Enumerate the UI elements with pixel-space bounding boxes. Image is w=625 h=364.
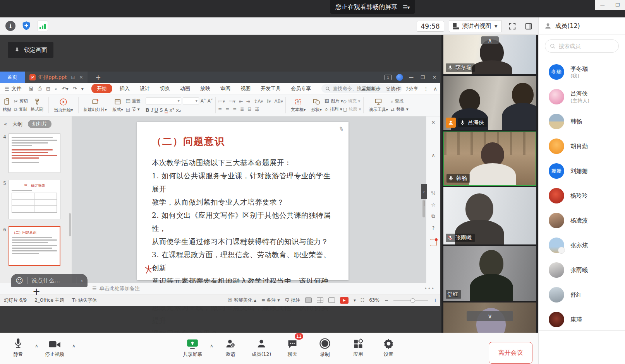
zoom-out-button[interactable]: − xyxy=(385,297,388,303)
zoom-percent[interactable]: 63% xyxy=(369,297,379,303)
window-controls-top-right[interactable]: — ❐ xyxy=(595,0,625,10)
wps-minimize-icon[interactable]: — xyxy=(408,75,415,80)
network-signal-icon[interactable] xyxy=(37,21,48,31)
panel-scrollbar[interactable] xyxy=(69,213,71,236)
video-tile[interactable]: ∧ 李冬瑞 xyxy=(443,35,536,74)
video-tile[interactable]: 吕海侠 xyxy=(443,76,536,130)
strikethrough-button[interactable]: S xyxy=(160,107,163,113)
fullscreen-button[interactable] xyxy=(507,21,518,32)
align-center-icon[interactable]: ≡ xyxy=(225,106,229,112)
layout-button[interactable]: 版式▾ xyxy=(110,98,126,113)
collapse-ribbon-icon[interactable]: ∧ xyxy=(433,86,437,92)
undo-icon[interactable]: ↶▾ xyxy=(62,86,68,92)
notification-badge-icon[interactable] xyxy=(426,237,440,248)
save-icon[interactable]: 🖫 xyxy=(29,86,34,92)
justify-icon[interactable]: ≣ xyxy=(240,106,244,112)
smart-beautify-button[interactable]: ☺ 智能美化 ▴ xyxy=(228,297,256,304)
settings-button[interactable]: 设置 xyxy=(373,336,404,358)
italic-button[interactable]: I xyxy=(151,107,153,113)
record-button[interactable]: 录制 xyxy=(310,336,340,358)
help-icon[interactable]: ? xyxy=(426,222,440,234)
theme-name[interactable]: 2_Office 主题 xyxy=(34,297,64,304)
camera-options-chevron[interactable]: ∧ xyxy=(72,343,76,349)
tab-view[interactable]: 视图 xyxy=(235,84,256,93)
fit-icon[interactable]: ⛶ xyxy=(361,297,364,303)
apps-button[interactable]: 应用 xyxy=(343,336,373,358)
tab-home-ribbon[interactable]: 开始 xyxy=(91,84,112,93)
slideshow-play-button[interactable]: ▶ xyxy=(340,297,349,304)
tab-developer[interactable]: 开发工具 xyxy=(256,84,286,93)
member-search-box[interactable] xyxy=(545,39,619,53)
member-row[interactable]: 姗姗 刘姗姗 xyxy=(539,159,625,183)
line-spacing-button[interactable]: ↕A▾ xyxy=(254,99,263,104)
align-left-icon[interactable]: ≡ xyxy=(218,106,222,112)
tab-design[interactable]: 设计 xyxy=(135,84,155,93)
copy-button[interactable]: ⧉复制 xyxy=(14,106,28,112)
leave-meeting-button[interactable]: 离开会议 xyxy=(489,342,532,364)
indent-right-icon[interactable]: ⇥ xyxy=(246,99,250,104)
columns-button[interactable]: ⫴▾ xyxy=(266,99,271,104)
share-button[interactable]: ⤴分享 xyxy=(406,85,419,92)
comments-button[interactable]: 🗨 批注 xyxy=(285,297,300,304)
invite-button[interactable]: 邀请 xyxy=(215,336,246,358)
notes-toggle-button[interactable]: ≡ 备注 ▾ xyxy=(261,297,280,304)
security-shield-icon[interactable] xyxy=(21,21,32,31)
scroll-down-videos-button[interactable]: ∨ xyxy=(467,311,513,321)
member-row[interactable]: 杨玲玲 xyxy=(539,183,625,208)
reset-button[interactable]: 🗔重置 xyxy=(126,98,141,104)
share-options-chevron[interactable]: ∧ xyxy=(210,343,213,349)
font-name-select[interactable]: ▾ xyxy=(146,97,181,104)
indent-more-icon[interactable]: ⇶ xyxy=(255,106,259,112)
format-painter-button[interactable]: 格式刷 xyxy=(28,98,46,112)
fill-button[interactable]: ◇填充▾ xyxy=(343,98,361,104)
slides-tab[interactable]: 幻灯片 xyxy=(28,120,52,128)
preview-icon[interactable]: ⌕ xyxy=(55,85,57,92)
video-tile-active-speaker[interactable]: 韩畅 xyxy=(443,132,536,186)
member-row[interactable]: 冬瑞 李冬瑞 (我) xyxy=(539,60,625,84)
video-tile[interactable]: 舒红 xyxy=(443,246,536,301)
member-row[interactable]: 韩畅 xyxy=(539,109,625,134)
member-row[interactable]: 张雨曦 xyxy=(539,258,625,282)
member-row[interactable]: 舒红 xyxy=(539,282,625,307)
more-dots-icon[interactable]: ••• xyxy=(424,286,435,291)
expand-videos-tab[interactable]: › xyxy=(421,184,427,199)
collapse-panel-icon[interactable]: « xyxy=(4,121,7,127)
normal-view-icon[interactable] xyxy=(305,297,312,303)
indent-left-icon[interactable]: ⇤ xyxy=(239,99,243,104)
chat-button[interactable]: 11 聊天 xyxy=(277,336,307,358)
member-row[interactable]: 吕海侠 (主持人) xyxy=(539,84,625,109)
section-button[interactable]: ▤节▾ xyxy=(126,106,141,112)
more-menu-icon[interactable]: ⋮ xyxy=(423,86,428,92)
outline-button[interactable]: ▢轮廓▾ xyxy=(343,106,361,112)
underline-button[interactable]: U xyxy=(155,107,158,113)
slide-thumbnail-6-selected[interactable]: （二）问题意识 xyxy=(9,226,60,266)
sorter-view-icon[interactable] xyxy=(317,297,323,303)
outline-tab[interactable]: 大纲 xyxy=(12,121,22,128)
member-row[interactable]: 杨凌波 xyxy=(539,208,625,233)
tab-slideshow[interactable]: 放映 xyxy=(195,84,215,93)
tab-insert[interactable]: 插入 xyxy=(115,84,135,93)
find-button[interactable]: ⌕查找 xyxy=(391,98,409,104)
meeting-info-icon[interactable]: i xyxy=(5,21,15,31)
new-slide-button[interactable]: 新建幻灯片▾ xyxy=(81,98,110,113)
missing-font-warning[interactable]: T⤓ 缺失字体 xyxy=(72,297,97,304)
duplicate-icon[interactable]: ⧉ xyxy=(426,210,440,222)
current-slide[interactable]: ✎ （二）问题意识 本次教学活动围绕以下三大基本命题展开： 1. 如何以公共课服… xyxy=(137,122,349,280)
wps-close-icon[interactable]: ✕ xyxy=(431,75,438,80)
emoji-icon[interactable]: ☺ xyxy=(15,276,23,285)
member-row[interactable]: 康瑾 xyxy=(539,307,625,332)
properties-slider-icon[interactable]: ⫯⫰ xyxy=(426,187,440,199)
play-from-page-button[interactable]: 当页开始▾ xyxy=(51,98,76,113)
picture-button[interactable]: 🖼图片▾ xyxy=(325,98,343,104)
member-row[interactable]: 张亦炫 xyxy=(539,233,625,258)
collapse-chat-icon[interactable]: ‹ xyxy=(81,278,83,284)
wps-account-avatar[interactable] xyxy=(396,74,403,81)
banner-menu-icon[interactable]: ☰▾ xyxy=(403,4,410,10)
lock-view-button[interactable]: 锁定画面 xyxy=(8,42,53,58)
member-row[interactable]: 胡肖勤 xyxy=(539,134,625,159)
close-tab-icon[interactable]: ✕ xyxy=(79,75,83,80)
cut-button[interactable]: ✂剪切 xyxy=(14,98,28,104)
tab-member[interactable]: 会员专享 xyxy=(286,84,316,93)
maximize-icon[interactable]: ❐ xyxy=(615,2,620,8)
bold-button[interactable]: B xyxy=(146,107,149,113)
